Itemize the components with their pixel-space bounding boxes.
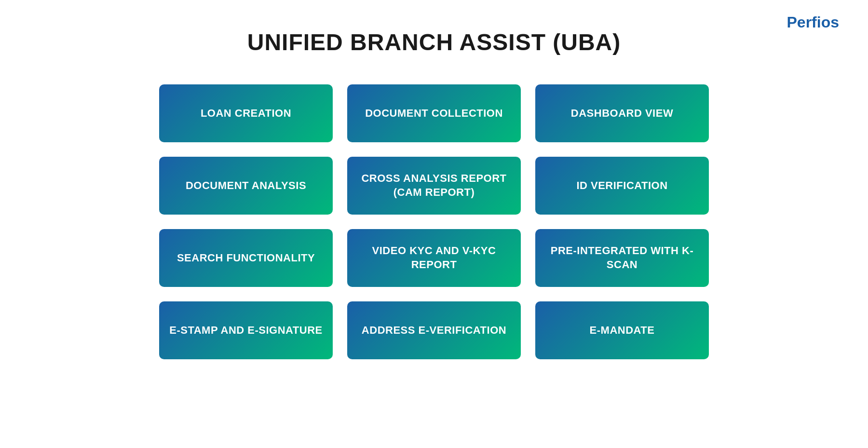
- grid-item-label-document-analysis: DOCUMENT ANALYSIS: [186, 179, 306, 193]
- grid-item-video-kyc[interactable]: VIDEO KYC AND V-KYC REPORT: [347, 229, 521, 287]
- feature-grid: LOAN CREATIONDOCUMENT COLLECTIONDASHBOAR…: [159, 84, 709, 359]
- grid-item-label-search-functionality: SEARCH FUNCTIONALITY: [177, 251, 315, 265]
- grid-item-label-id-verification: ID VERIFICATION: [576, 179, 667, 193]
- grid-item-e-mandate[interactable]: E-MANDATE: [535, 301, 709, 359]
- grid-item-label-video-kyc: VIDEO KYC AND V-KYC REPORT: [357, 244, 511, 272]
- grid-item-label-document-collection: DOCUMENT COLLECTION: [365, 107, 503, 121]
- grid-item-search-functionality[interactable]: SEARCH FUNCTIONALITY: [159, 229, 333, 287]
- page-title: UNIFIED BRANCH ASSIST (UBA): [247, 29, 621, 55]
- grid-item-label-dashboard-view: DASHBOARD VIEW: [571, 107, 673, 121]
- grid-item-dashboard-view[interactable]: DASHBOARD VIEW: [535, 84, 709, 142]
- grid-item-loan-creation[interactable]: LOAN CREATION: [159, 84, 333, 142]
- grid-item-label-address-e-verification: ADDRESS E-VERIFICATION: [362, 324, 506, 338]
- grid-item-label-e-mandate: E-MANDATE: [590, 324, 655, 338]
- grid-item-label-pre-integrated: PRE-INTEGRATED WITH K-SCAN: [545, 244, 699, 272]
- grid-item-e-stamp[interactable]: E-STAMP AND E-SIGNATURE: [159, 301, 333, 359]
- grid-item-label-e-stamp: E-STAMP AND E-SIGNATURE: [169, 324, 322, 338]
- grid-item-document-analysis[interactable]: DOCUMENT ANALYSIS: [159, 157, 333, 215]
- grid-item-id-verification[interactable]: ID VERIFICATION: [535, 157, 709, 215]
- grid-item-label-cross-analysis-report: CROSS ANALYSIS REPORT (CAM REPORT): [357, 172, 511, 199]
- grid-item-label-loan-creation: LOAN CREATION: [201, 107, 291, 121]
- grid-item-cross-analysis-report[interactable]: CROSS ANALYSIS REPORT (CAM REPORT): [347, 157, 521, 215]
- grid-item-pre-integrated[interactable]: PRE-INTEGRATED WITH K-SCAN: [535, 229, 709, 287]
- logo: Perfios: [787, 14, 839, 31]
- grid-item-address-e-verification[interactable]: ADDRESS E-VERIFICATION: [347, 301, 521, 359]
- grid-item-document-collection[interactable]: DOCUMENT COLLECTION: [347, 84, 521, 142]
